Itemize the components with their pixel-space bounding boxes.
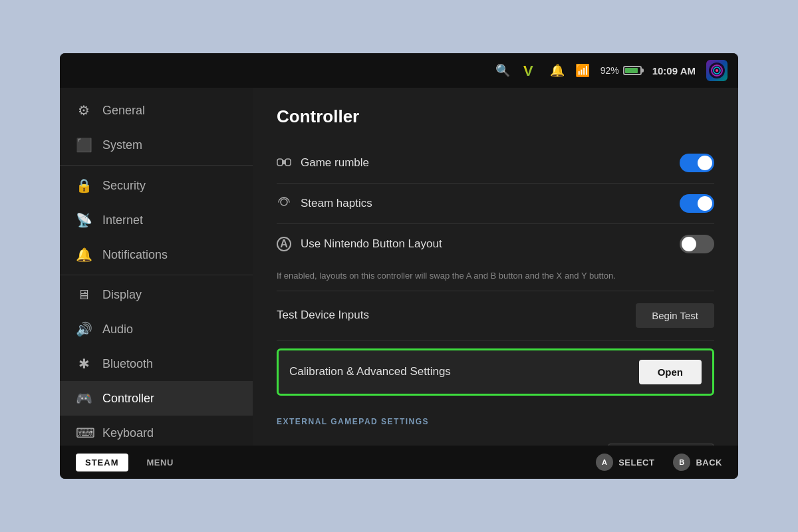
main-layout: ⚙ General ⬛ System 🔒 Security 📡 Internet… (60, 88, 738, 446)
bluetooth-icon: ✱ (76, 356, 92, 372)
nintendo-layout-row: A Use Nintendo Button Layout (277, 224, 714, 264)
game-rumble-label: Game rumble (301, 156, 369, 170)
sidebar: ⚙ General ⬛ System 🔒 Security 📡 Internet… (60, 88, 253, 446)
calibration-row: Calibration & Advanced Settings Open (277, 348, 714, 396)
svg-rect-5 (277, 159, 283, 166)
svg-text:V: V (523, 63, 533, 78)
sidebar-item-security[interactable]: 🔒 Security (60, 168, 253, 203)
begin-test-button[interactable]: Begin Test (636, 303, 714, 328)
a-label: A (602, 458, 607, 466)
sidebar-item-system[interactable]: ⬛ System (60, 128, 253, 162)
clock: 10:09 AM (652, 65, 696, 76)
svg-point-8 (281, 199, 287, 205)
haptics-icon (277, 196, 291, 211)
game-rumble-toggle[interactable] (680, 154, 714, 172)
select-label: SELECT (618, 458, 654, 467)
topbar: 🔍 V 🔔 📶 92% 10:09 AM (60, 53, 738, 88)
back-action: B BACK (673, 454, 722, 471)
sidebar-label-security: Security (102, 179, 146, 193)
test-device-row: Test Device Inputs Begin Test (277, 291, 714, 340)
wifi-icon: 📡 (76, 212, 92, 228)
battery-status: 92% (600, 65, 642, 76)
select-action: A SELECT (596, 454, 654, 471)
sidebar-item-audio[interactable]: 🔊 Audio (60, 312, 253, 346)
nintendo-layout-left: A Use Nintendo Button Layout (277, 237, 442, 251)
sidebar-label-audio: Audio (102, 323, 133, 336)
sidebar-divider-1 (60, 165, 253, 166)
sidebar-label-notifications: Notifications (102, 248, 168, 262)
sidebar-item-controller[interactable]: 🎮 Controller (60, 381, 253, 416)
idle-gamepad-row: Idle Gamepad Shutdown Timeout 15 Minutes… (277, 434, 714, 446)
avatar[interactable] (706, 60, 728, 81)
steam-haptics-toggle[interactable] (680, 194, 714, 213)
controller-icon: 🎮 (76, 390, 92, 406)
sidebar-divider-2 (60, 275, 253, 275)
sidebar-label-bluetooth: Bluetooth (102, 357, 153, 371)
sidebar-label-display: Display (102, 288, 142, 302)
gear-icon: ⚙ (76, 102, 92, 118)
sidebar-item-general[interactable]: ⚙ General (60, 93, 253, 128)
page-title: Controller (277, 106, 714, 127)
test-device-label: Test Device Inputs (277, 309, 369, 322)
steam-haptics-row: Steam haptics (277, 184, 714, 224)
b-label: B (679, 458, 684, 466)
steam-haptics-left: Steam haptics (277, 196, 372, 211)
back-label: BACK (696, 458, 722, 467)
calibration-label: Calibration & Advanced Settings (289, 365, 451, 378)
menu-label: MENU (147, 458, 174, 467)
nintendo-description: If enabled, layouts on this controller w… (277, 264, 714, 291)
sidebar-item-keyboard[interactable]: ⌨ Keyboard (60, 416, 253, 446)
bell-icon: 🔔 (76, 247, 92, 263)
audio-icon: 🔊 (76, 321, 92, 337)
v-logo: V (521, 61, 539, 80)
svg-point-4 (716, 69, 718, 72)
svg-rect-6 (285, 159, 291, 166)
cast-icon[interactable]: 📶 (575, 63, 590, 78)
monitor-icon: ⬛ (76, 137, 92, 153)
battery-icon (623, 66, 642, 75)
open-button[interactable]: Open (639, 360, 702, 384)
a-circle: A (596, 454, 613, 471)
nintendo-layout-label: Use Nintendo Button Layout (301, 237, 442, 251)
notification-icon[interactable]: 🔔 (550, 63, 565, 78)
game-rumble-row: Game rumble (277, 143, 714, 184)
sidebar-label-internet: Internet (102, 213, 143, 227)
lock-icon: 🔒 (76, 178, 92, 194)
sidebar-item-internet[interactable]: 📡 Internet (60, 203, 253, 237)
search-icon[interactable]: 🔍 (495, 63, 510, 78)
rumble-icon (277, 156, 291, 171)
sidebar-label-controller: Controller (102, 392, 154, 406)
svg-rect-7 (282, 160, 286, 164)
steam-haptics-label: Steam haptics (301, 197, 372, 210)
b-circle: B (673, 454, 690, 471)
content-area: Controller Game rumble (253, 88, 738, 446)
sidebar-item-bluetooth[interactable]: ✱ Bluetooth (60, 346, 253, 381)
keyboard-icon: ⌨ (76, 425, 92, 441)
sidebar-label-keyboard: Keyboard (102, 426, 154, 440)
sidebar-label-system: System (102, 138, 142, 152)
external-gamepad-header: EXTERNAL GAMEPAD SETTINGS (277, 404, 714, 434)
game-rumble-left: Game rumble (277, 156, 369, 171)
steam-button[interactable]: STEAM (76, 454, 128, 471)
battery-percent: 92% (600, 65, 619, 76)
nintendo-layout-toggle[interactable] (680, 235, 714, 253)
sidebar-label-general: General (102, 104, 145, 118)
display-icon: 🖥 (76, 287, 92, 303)
bottombar: STEAM MENU A SELECT B BACK (60, 446, 738, 479)
sidebar-item-notifications[interactable]: 🔔 Notifications (60, 237, 253, 272)
nintendo-a-icon: A (277, 237, 291, 251)
sidebar-item-display[interactable]: 🖥 Display (60, 278, 253, 312)
